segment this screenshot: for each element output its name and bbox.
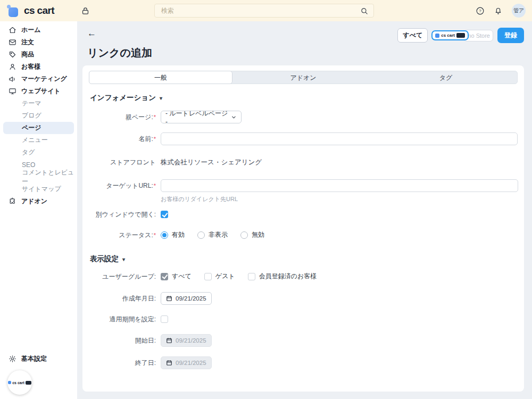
svg-text:?: ? <box>479 9 481 13</box>
lock-icon[interactable] <box>81 6 90 15</box>
radio-icon <box>240 231 248 239</box>
checkbox-label: 会員登録済のお客様 <box>259 272 317 281</box>
gear-icon <box>9 355 16 363</box>
sidebar-item-menus[interactable]: メニュー <box>0 134 77 146</box>
radio-label: 非表示 <box>209 230 228 239</box>
checkbox-icon <box>248 273 255 280</box>
usergroup-guest[interactable]: ゲスト <box>204 272 235 281</box>
target-url-input[interactable] <box>161 179 518 192</box>
sidebar-item-blog[interactable]: ブログ <box>0 110 77 122</box>
page-title: リンクの追加 <box>87 46 524 60</box>
section-information[interactable]: インフォメーション ▾ <box>90 93 518 103</box>
storefront-all-button[interactable]: すべて <box>397 28 428 43</box>
search-icon[interactable] <box>360 7 368 15</box>
status-option-active[interactable]: 有効 <box>161 230 185 239</box>
calendar-icon <box>166 360 172 366</box>
radio-label: 無効 <box>252 230 264 239</box>
mini-logo-icon <box>8 381 11 384</box>
form-card: 一般 アドオン タグ インフォメーション ▾ 親ページ:* - ルートレベルペー… <box>82 65 524 392</box>
storefront-preview-badge[interactable]: cs cart <box>7 370 32 395</box>
app-logo[interactable]: cs cart <box>0 5 77 17</box>
section-title: 表示設定 <box>90 254 119 264</box>
field-label: ステータス:* <box>89 231 156 239</box>
field-label: ターゲットURL:* <box>89 179 156 192</box>
status-option-disabled[interactable]: 無効 <box>240 230 264 239</box>
sidebar-item-products[interactable]: 商品 <box>0 48 77 61</box>
storefront-switcher: すべて cs cart Demo Store 登録 <box>397 28 524 43</box>
new-window-checkbox[interactable] <box>161 211 168 218</box>
storefront-cscart-button[interactable]: cs cart <box>431 30 469 40</box>
save-button[interactable]: 登録 <box>497 28 524 43</box>
main-content: ← すべて cs cart Demo Store 登録 リンクの追加 一般 アド… <box>77 21 532 399</box>
chevron-down-icon <box>231 114 237 120</box>
sidebar-label: ウェブサイト <box>21 87 61 96</box>
section-display-settings[interactable]: 表示設定 ▾ <box>90 254 518 264</box>
back-arrow-button[interactable]: ← <box>87 29 96 38</box>
sidebar-item-tags[interactable]: タグ <box>0 146 77 159</box>
sidebar-label: 注文 <box>21 38 34 47</box>
sidebar-label: 基本設定 <box>21 354 47 363</box>
person-icon <box>9 63 16 71</box>
sidebar-label: ホーム <box>21 26 41 35</box>
bell-icon[interactable] <box>494 6 503 15</box>
cscart-logo-icon <box>7 5 19 17</box>
radio-selected-icon <box>161 231 168 239</box>
sidebar-item-comments-reviews[interactable]: コメントとレビュー <box>0 171 77 183</box>
envelope-icon <box>9 38 16 46</box>
sidebar-item-marketing[interactable]: マーケティング <box>0 73 77 85</box>
date-value: 09/21/2025 <box>176 337 206 344</box>
sidebar-label: アドオン <box>21 197 47 206</box>
puzzle-icon <box>9 197 16 205</box>
end-date-picker[interactable]: 09/21/2025 <box>161 356 212 369</box>
usergroup-registered[interactable]: 会員登録済のお客様 <box>248 272 317 281</box>
start-date-picker[interactable]: 09/21/2025 <box>161 334 212 347</box>
user-avatar[interactable]: 管ア <box>512 4 526 18</box>
mini-logo-icon <box>435 34 439 38</box>
radio-icon <box>197 231 205 239</box>
tab-tags[interactable]: タグ <box>375 71 517 84</box>
logo-text: cs cart <box>24 5 54 16</box>
checkbox-label: すべて <box>172 272 192 281</box>
search-input[interactable] <box>160 6 360 15</box>
sidebar-item-orders[interactable]: 注文 <box>0 36 77 48</box>
mini-chip-icon <box>26 381 31 385</box>
field-status: ステータス:* 有効 非表示 無効 <box>89 230 518 239</box>
field-new-window: 別ウィンドウで開く: <box>89 211 518 218</box>
sidebar-item-home[interactable]: ホーム <box>0 24 77 36</box>
storefront-value: 株式会社リソース・シェアリング <box>161 156 262 169</box>
select-value: - ルートレベルページ - <box>165 109 231 126</box>
store-button-label: cs cart <box>441 33 455 38</box>
sidebar-item-customers[interactable]: お客様 <box>0 61 77 73</box>
apply-period-checkbox[interactable] <box>161 315 168 323</box>
field-parent-page: 親ページ:* - ルートレベルページ - <box>89 111 518 123</box>
sidebar: ホーム 注文 商品 お客様 マーケティング <box>0 21 77 399</box>
sidebar-item-settings[interactable]: 基本設定 <box>0 353 77 365</box>
date-value: 09/21/2025 <box>176 295 206 302</box>
sidebar-item-pages[interactable]: ページ <box>3 122 74 134</box>
field-label: 開始日: <box>89 334 156 347</box>
section-title: インフォメーション <box>90 93 156 103</box>
parent-page-select[interactable]: - ルートレベルページ - <box>161 111 242 123</box>
tab-general[interactable]: 一般 <box>89 71 232 84</box>
tab-addons[interactable]: アドオン <box>232 71 375 84</box>
calendar-icon <box>166 337 172 344</box>
checkbox-checked-icon <box>161 273 168 280</box>
sidebar-item-addons[interactable]: アドオン <box>0 195 77 207</box>
field-label: 適用期間を設定: <box>89 315 156 323</box>
field-label: 親ページ:* <box>89 111 156 123</box>
sidebar-item-website[interactable]: ウェブサイト <box>0 85 77 97</box>
usergroup-all[interactable]: すべて <box>161 272 192 281</box>
mini-logo-text: cs cart <box>12 381 24 385</box>
field-label: 作成年月日: <box>89 292 156 305</box>
field-label: 終了日: <box>89 356 156 369</box>
field-target-url: ターゲットURL:* お客様のリダイレクト先URL <box>89 179 518 203</box>
name-input[interactable] <box>161 132 518 145</box>
calendar-icon <box>166 295 172 302</box>
sidebar-item-sitemap[interactable]: サイトマップ <box>0 183 77 195</box>
radio-label: 有効 <box>172 230 185 239</box>
creation-date-picker[interactable]: 09/21/2025 <box>161 292 212 305</box>
status-option-hidden[interactable]: 非表示 <box>197 230 228 239</box>
sidebar-label: 商品 <box>21 50 34 59</box>
sidebar-item-themes[interactable]: テーマ <box>0 97 77 110</box>
help-icon[interactable]: ? <box>476 6 485 15</box>
